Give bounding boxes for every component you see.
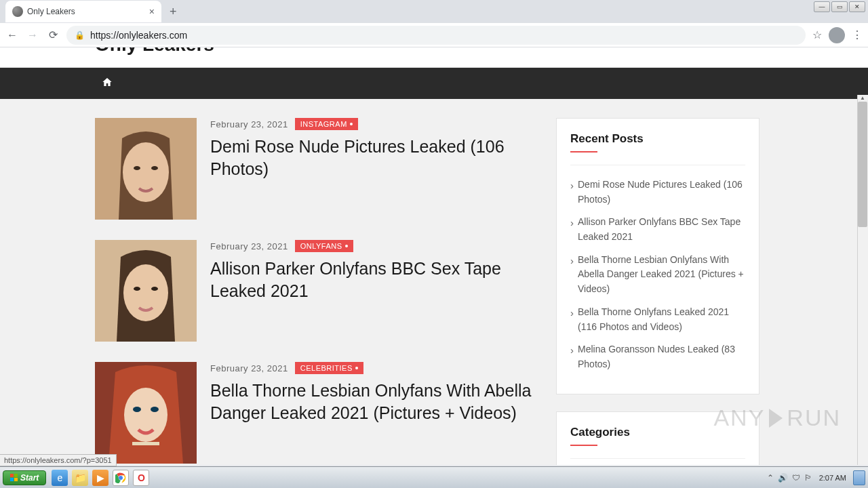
post-item: February 23, 2021 ONLYFANS Allison Parke… bbox=[95, 240, 536, 342]
widget-title: Categories bbox=[570, 426, 745, 439]
site-title: Only Leakers bbox=[95, 47, 214, 56]
svg-point-2 bbox=[134, 166, 140, 170]
profile-avatar-icon[interactable] bbox=[829, 27, 845, 43]
browser-menu-icon[interactable]: ⋮ bbox=[852, 28, 863, 41]
minimize-button[interactable]: — bbox=[814, 1, 830, 12]
security-icon[interactable]: 🛡 bbox=[792, 473, 800, 483]
post-thumbnail[interactable] bbox=[95, 362, 197, 464]
post-date: February 23, 2021 bbox=[210, 241, 288, 251]
post-body: February 23, 2021 ONLYFANS Allison Parke… bbox=[210, 240, 536, 342]
status-bar-link: https://onlyleakers.com/?p=3051 bbox=[0, 454, 117, 466]
browser-chrome: Only Leakers × + — ▭ ✕ ← → ⟳ 🔒 https://o… bbox=[0, 0, 868, 47]
post-title-link[interactable]: Bella Thorne Lesbian Onlyfans With Abell… bbox=[210, 380, 536, 424]
bookmark-star-icon[interactable]: ☆ bbox=[812, 28, 822, 41]
media-player-icon[interactable]: ▶ bbox=[92, 470, 108, 486]
content-wrapper: February 23, 2021 INSTAGRAM Demi Rose Nu… bbox=[0, 99, 868, 465]
widget-divider bbox=[570, 165, 745, 165]
widget-divider bbox=[570, 458, 745, 459]
tab-favicon-icon bbox=[12, 6, 23, 17]
widget-title: Recent Posts bbox=[570, 132, 745, 146]
post-item: February 23, 2021 CELEBRITIES Bella Thor… bbox=[95, 362, 536, 464]
recent-post-link[interactable]: Bella Thorne Onlyfans Leaked 2021 (116 P… bbox=[570, 305, 745, 334]
explorer-icon[interactable]: 📁 bbox=[72, 470, 88, 486]
window-controls: — ▭ ✕ bbox=[814, 1, 865, 12]
start-button[interactable]: Start bbox=[3, 470, 46, 485]
taskbar-pinned: e 📁 ▶ O bbox=[52, 470, 149, 486]
post-title-link[interactable]: Demi Rose Nude Pictures Leaked (106 Phot… bbox=[210, 136, 536, 180]
post-item: February 23, 2021 INSTAGRAM Demi Rose Nu… bbox=[95, 118, 536, 220]
home-icon[interactable] bbox=[102, 77, 113, 90]
svg-point-11 bbox=[151, 407, 159, 412]
posts-list: February 23, 2021 INSTAGRAM Demi Rose Nu… bbox=[95, 118, 536, 465]
address-bar: ← → ⟳ 🔒 https://onlyleakers.com ☆ ⋮ bbox=[0, 23, 868, 47]
category-tag[interactable]: ONLYFANS bbox=[295, 240, 353, 252]
recent-post-link[interactable]: Allison Parker Onlyfans BBC Sex Tape Lea… bbox=[570, 215, 745, 244]
url-input[interactable]: 🔒 https://onlyleakers.com bbox=[66, 26, 806, 45]
scrollbar[interactable]: ▲ ▼ bbox=[857, 95, 868, 465]
flag-icon[interactable]: 🏳 bbox=[804, 473, 812, 483]
svg-point-1 bbox=[123, 142, 169, 202]
volume-icon[interactable]: 🔊 bbox=[778, 473, 788, 483]
post-meta: February 23, 2021 INSTAGRAM bbox=[210, 118, 536, 130]
close-window-button[interactable]: ✕ bbox=[849, 1, 865, 12]
page-content: Only Leakers February 23, 2021 INSTAGRAM… bbox=[0, 47, 868, 465]
taskbar: Start e 📁 ▶ O ⌃ 🔊 🛡 🏳 2:07 AM bbox=[0, 466, 868, 488]
sidebar: Recent Posts Demi Rose Nude Pictures Lea… bbox=[556, 118, 760, 465]
tab-bar: Only Leakers × + — ▭ ✕ bbox=[0, 0, 868, 23]
lock-icon: 🔒 bbox=[75, 30, 85, 40]
post-title-link[interactable]: Allison Parker Onlyfans BBC Sex Tape Lea… bbox=[210, 258, 536, 302]
recent-posts-list: Demi Rose Nude Pictures Leaked (106 Phot… bbox=[570, 178, 745, 372]
category-tag[interactable]: CELEBRITIES bbox=[295, 362, 363, 374]
site-nav bbox=[0, 68, 868, 99]
categories-widget: Categories ▢ Ana Cheri bbox=[556, 411, 760, 465]
svg-point-7 bbox=[151, 287, 158, 291]
show-desktop-button[interactable] bbox=[853, 470, 865, 485]
opera-icon[interactable]: O bbox=[133, 470, 149, 486]
recent-posts-widget: Recent Posts Demi Rose Nude Pictures Lea… bbox=[556, 118, 760, 394]
clock[interactable]: 2:07 AM bbox=[819, 474, 846, 482]
recent-post-link[interactable]: Melina Goransson Nudes Leaked (83 Photos… bbox=[570, 342, 745, 371]
title-underline bbox=[570, 445, 597, 446]
ie-icon[interactable]: e bbox=[52, 470, 68, 486]
new-tab-button[interactable]: + bbox=[170, 5, 177, 19]
tab-close-icon[interactable]: × bbox=[149, 6, 155, 17]
forward-button[interactable]: → bbox=[26, 29, 39, 41]
post-body: February 23, 2021 CELEBRITIES Bella Thor… bbox=[210, 362, 536, 464]
post-date: February 23, 2021 bbox=[210, 363, 288, 373]
back-button[interactable]: ← bbox=[5, 29, 19, 41]
svg-rect-12 bbox=[132, 442, 159, 445]
svg-point-10 bbox=[133, 407, 141, 412]
post-body: February 23, 2021 INSTAGRAM Demi Rose Nu… bbox=[210, 118, 536, 220]
post-thumbnail[interactable] bbox=[95, 118, 197, 220]
tab-title: Only Leakers bbox=[27, 7, 75, 16]
category-tag[interactable]: INSTAGRAM bbox=[295, 118, 358, 130]
reload-button[interactable]: ⟳ bbox=[46, 28, 60, 41]
browser-tab[interactable]: Only Leakers × bbox=[5, 1, 161, 22]
scroll-thumb[interactable] bbox=[858, 102, 867, 227]
windows-logo-icon bbox=[10, 474, 18, 481]
post-thumbnail[interactable] bbox=[95, 240, 197, 342]
site-header: Only Leakers bbox=[0, 47, 868, 68]
chrome-icon[interactable] bbox=[113, 470, 129, 486]
title-underline bbox=[570, 151, 597, 152]
post-meta: February 23, 2021 ONLYFANS bbox=[210, 240, 536, 252]
post-date: February 23, 2021 bbox=[210, 119, 288, 129]
system-tray: ⌃ 🔊 🛡 🏳 2:07 AM bbox=[767, 470, 865, 485]
maximize-button[interactable]: ▭ bbox=[831, 1, 848, 12]
recent-post-link[interactable]: Bella Thorne Lesbian Onlyfans With Abell… bbox=[570, 253, 745, 297]
tray-expand-icon[interactable]: ⌃ bbox=[767, 473, 774, 483]
url-text: https://onlyleakers.com bbox=[90, 30, 187, 41]
svg-point-5 bbox=[123, 264, 168, 321]
svg-point-6 bbox=[134, 287, 140, 291]
svg-point-3 bbox=[151, 166, 158, 170]
post-meta: February 23, 2021 CELEBRITIES bbox=[210, 362, 536, 374]
recent-post-link[interactable]: Demi Rose Nude Pictures Leaked (106 Phot… bbox=[570, 178, 745, 207]
